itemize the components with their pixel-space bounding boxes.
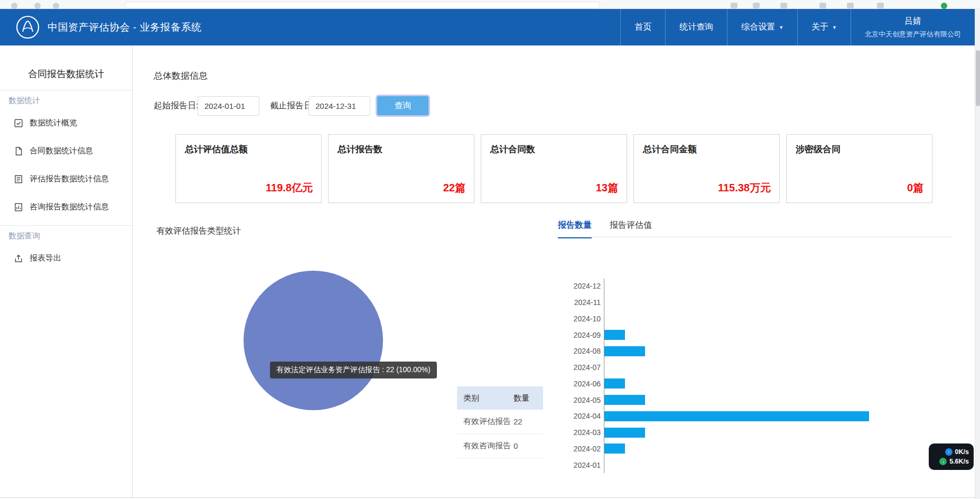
- bar-category-label: 2024-08: [555, 347, 601, 355]
- bar-row: 2024-12: [555, 278, 869, 294]
- tabs-underline: [558, 237, 951, 237]
- browser-extension-icon[interactable]: [780, 3, 787, 8]
- bar[interactable]: [604, 411, 869, 421]
- browser-address-bar[interactable]: [125, 2, 600, 8]
- sidebar-item-label: 报表导出: [30, 253, 61, 263]
- upload-speed-icon: ↑: [945, 448, 953, 456]
- content-bottom-divider: [0, 497, 975, 498]
- bar-row: 2024-10: [555, 311, 869, 327]
- bar[interactable]: [604, 443, 625, 454]
- browser-extension-icon[interactable]: [753, 3, 760, 8]
- nav-item-settings[interactable]: 综合设置 ▼: [727, 9, 797, 45]
- bar-row: 2024-11: [555, 294, 869, 311]
- stat-card-title: 涉密级合同: [796, 143, 841, 155]
- chart-tooltip: 有效法定评估业务资产评估报告 : 22 (100.00%): [270, 362, 437, 378]
- scrollbar-track[interactable]: [975, 9, 980, 499]
- export-icon: [14, 254, 23, 263]
- sidebar-item-contract-stats[interactable]: 合同数据统计信息: [0, 137, 132, 165]
- download-speed-icon: ↓: [939, 458, 947, 465]
- query-button[interactable]: 查询: [376, 95, 430, 117]
- browser-home-icon[interactable]: [53, 3, 59, 9]
- sidebar-title: 合同报告数据统计: [0, 68, 132, 80]
- nav-label: 综合设置: [741, 22, 775, 33]
- browser-extension-icon[interactable]: [877, 3, 884, 8]
- sidebar-item-label: 评估报告数据统计信息: [30, 174, 109, 184]
- upload-speed-row: ↑ 0K/s: [929, 448, 969, 456]
- stat-card-title: 总计合同数: [490, 143, 535, 155]
- stat-card: 总计报告数 22篇: [328, 134, 474, 203]
- pie-chart[interactable]: [244, 271, 383, 410]
- user-name: 吕婧: [904, 16, 921, 27]
- browser-extension-icon[interactable]: [847, 3, 854, 8]
- nav-item-stats-query[interactable]: 统计查询: [665, 9, 727, 45]
- chevron-down-icon: ▼: [779, 25, 783, 30]
- scrollbar-thumb[interactable]: [976, 50, 980, 106]
- end-date-input[interactable]: [309, 96, 370, 116]
- category-count-table: 类别 数量 有效评估报告 22 有效咨询报告 0: [457, 386, 543, 458]
- bar[interactable]: [604, 346, 645, 356]
- bar-category-label: 2024-10: [555, 315, 601, 323]
- table-cell-label: 有效评估报告: [463, 417, 514, 427]
- stat-card-value: 0篇: [907, 181, 923, 195]
- sidebar-section-data-query: 数据查询: [0, 226, 132, 244]
- app-header: 中国资产评估协会 - 业务报备系统 首页 统计查询 综合设置 ▼ 关于 ▼ 吕婧…: [0, 9, 975, 45]
- bar[interactable]: [604, 428, 645, 438]
- bar-row: 2024-01: [555, 457, 869, 473]
- tab-report-value[interactable]: 报告评估值: [610, 220, 652, 238]
- user-menu[interactable]: 吕婧 北京中天创意资产评估有限公司: [851, 9, 975, 45]
- sidebar-item-overview[interactable]: 数据统计概览: [0, 109, 132, 137]
- table-header-count: 数量: [514, 393, 537, 403]
- bar-row: 2024-09: [555, 327, 869, 343]
- bar-category-label: 2024-11: [555, 298, 601, 307]
- start-date-label: 起始报告日:: [154, 96, 198, 116]
- nav-item-about[interactable]: 关于 ▼: [797, 9, 851, 45]
- app-logo: [16, 15, 40, 39]
- page-title: 总体数据信息: [154, 70, 208, 82]
- sidebar-item-consult-stats[interactable]: 咨询报告数据统计信息: [0, 193, 132, 221]
- bar-row: 2024-06: [555, 376, 869, 392]
- sidebar-item-export[interactable]: 报表导出: [0, 244, 132, 272]
- end-date-label: 截止报告日:: [270, 96, 314, 116]
- bar-chart: 2024-122024-112024-102024-092024-082024-…: [555, 278, 869, 473]
- report-stats-icon: [14, 174, 23, 184]
- stat-card-value: 13篇: [596, 181, 618, 195]
- download-speed-value: 5.6K/s: [949, 458, 969, 465]
- tab-report-count[interactable]: 报告数量: [558, 220, 592, 238]
- stat-card-value: 22篇: [443, 181, 465, 195]
- stat-card-value: 115.38万元: [718, 181, 771, 195]
- bar-category-label: 2024-01: [555, 461, 601, 469]
- download-speed-row: ↓ 5.6K/s: [929, 458, 969, 465]
- browser-chrome-strip: [0, 0, 980, 9]
- network-speed-widget[interactable]: ↑ 0K/s ↓ 5.6K/s: [929, 443, 974, 470]
- user-company: 北京中天创意资产评估有限公司: [865, 30, 961, 39]
- bar[interactable]: [604, 378, 625, 389]
- sidebar-item-report-stats[interactable]: 评估报告数据统计信息: [0, 165, 132, 193]
- contract-doc-icon: [14, 146, 23, 156]
- bar-category-label: 2024-03: [555, 428, 601, 437]
- header-nav: 首页 统计查询 综合设置 ▼ 关于 ▼ 吕婧 北京中天创意资产评估有限公司: [620, 9, 975, 45]
- browser-extension-icon[interactable]: [819, 3, 826, 8]
- nav-label: 统计查询: [679, 22, 713, 33]
- browser-profile-icon[interactable]: [941, 3, 947, 9]
- sidebar-section-data-stats: 数据统计: [0, 90, 132, 109]
- stat-card: 涉密级合同 0篇: [786, 134, 932, 203]
- chevron-down-icon: ▼: [832, 25, 837, 30]
- table-row: 有效评估报告 22: [457, 410, 543, 434]
- browser-extension-icon[interactable]: [731, 3, 738, 8]
- start-date-input[interactable]: [198, 96, 259, 116]
- bar-category-label: 2024-06: [555, 380, 601, 388]
- association-emblem-icon: [16, 15, 40, 39]
- upload-speed-value: 0K/s: [955, 448, 969, 456]
- nav-item-home[interactable]: 首页: [620, 9, 665, 45]
- stat-card-title: 总计报告数: [338, 143, 382, 155]
- bar[interactable]: [604, 395, 645, 405]
- stat-card-title: 总计合同金额: [643, 143, 697, 155]
- browser-reload-icon[interactable]: [34, 3, 41, 9]
- bar-category-label: 2024-04: [555, 412, 601, 420]
- bar[interactable]: [604, 330, 625, 340]
- consult-report-icon: [14, 202, 23, 212]
- stat-cards-row: 总计评估值总额 119.8亿元 总计报告数 22篇 总计合同数 13篇 总计合同…: [175, 134, 932, 203]
- bar-row: 2024-04: [555, 408, 869, 424]
- nav-label: 首页: [634, 22, 651, 33]
- browser-nav-icon[interactable]: [11, 3, 17, 9]
